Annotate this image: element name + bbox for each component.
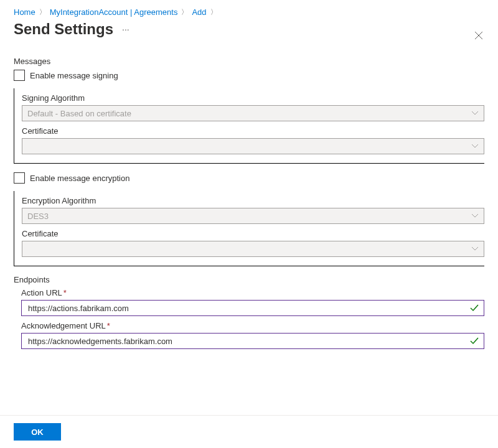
endpoints-section-title: Endpoints [14, 275, 484, 284]
breadcrumb: Home 〉 MyIntegrationAccount | Agreements… [14, 7, 484, 17]
ack-url-field-wrapper [21, 333, 484, 349]
signing-algorithm-value: Default - Based on certificate [27, 109, 131, 118]
encryption-certificate-select[interactable] [22, 241, 484, 257]
chevron-down-icon [471, 111, 479, 116]
enable-signing-checkbox[interactable] [14, 70, 25, 81]
close-button[interactable] [474, 31, 484, 41]
ok-button[interactable]: OK [14, 423, 61, 441]
action-url-field-wrapper [21, 300, 484, 316]
encryption-algorithm-select[interactable]: DES3 [22, 208, 484, 224]
checkmark-icon [470, 304, 479, 312]
breadcrumb-add[interactable]: Add [192, 7, 206, 17]
encryption-group: Encryption Algorithm DES3 Certificate [14, 191, 484, 266]
messages-section-title: Messages [14, 57, 484, 66]
action-url-input[interactable] [27, 303, 470, 314]
enable-signing-label: Enable message signing [30, 71, 118, 80]
encryption-certificate-label: Certificate [22, 229, 484, 238]
page-title: Send Settings [14, 21, 113, 38]
ack-url-label: Acknowledgement URL* [21, 321, 484, 330]
signing-algorithm-select[interactable]: Default - Based on certificate [22, 105, 484, 121]
ack-url-input[interactable] [27, 336, 470, 347]
chevron-right-icon: 〉 [210, 7, 217, 17]
required-asterisk: * [63, 288, 67, 297]
required-asterisk: * [107, 321, 110, 330]
encryption-algorithm-label: Encryption Algorithm [22, 196, 484, 205]
breadcrumb-home[interactable]: Home [14, 7, 35, 17]
signing-certificate-select[interactable] [22, 138, 484, 154]
signing-algorithm-label: Signing Algorithm [22, 93, 484, 103]
encryption-algorithm-value: DES3 [27, 212, 49, 221]
endpoints-group: Action URL* Acknowledgement URL* [14, 288, 484, 349]
signing-certificate-label: Certificate [22, 126, 484, 136]
breadcrumb-account[interactable]: MyIntegrationAccount | Agreements [50, 7, 178, 17]
signing-group: Signing Algorithm Default - Based on cer… [14, 88, 484, 164]
chevron-down-icon [471, 144, 479, 149]
chevron-right-icon: 〉 [39, 7, 46, 17]
enable-encryption-label: Enable message encryption [30, 174, 129, 183]
footer: OK [0, 415, 498, 448]
chevron-right-icon: 〉 [181, 7, 188, 17]
more-actions-button[interactable]: ··· [120, 24, 132, 34]
chevron-down-icon [471, 246, 479, 251]
action-url-label: Action URL* [21, 288, 484, 297]
chevron-down-icon [471, 213, 479, 218]
close-icon [474, 31, 483, 40]
enable-encryption-checkbox[interactable] [14, 172, 25, 184]
checkmark-icon [470, 337, 479, 345]
